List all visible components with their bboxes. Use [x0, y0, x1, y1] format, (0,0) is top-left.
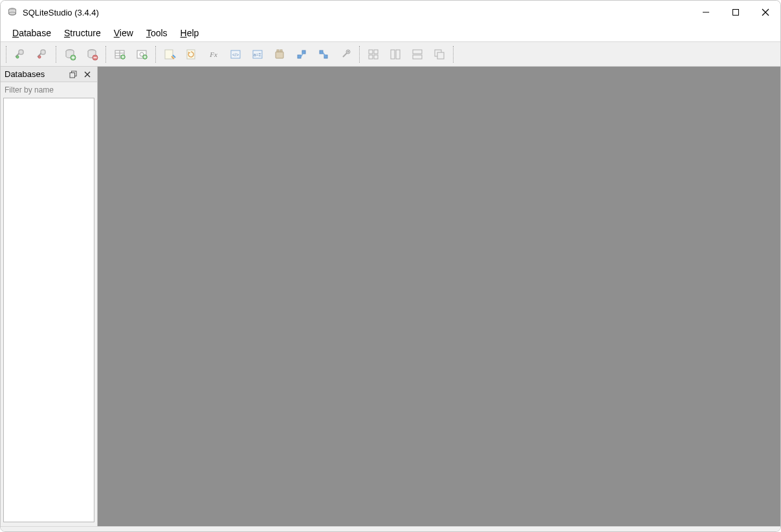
- cascade-windows-icon: [433, 48, 446, 61]
- tile-vertical-button[interactable]: [408, 45, 427, 64]
- new-view-button[interactable]: [132, 45, 151, 64]
- menu-database[interactable]: Database: [6, 25, 58, 41]
- add-database-button[interactable]: [60, 45, 80, 64]
- export-icon: [317, 48, 330, 61]
- add-database-icon: [63, 48, 76, 61]
- app-icon: [7, 7, 17, 17]
- disconnect-database-button[interactable]: [32, 45, 52, 64]
- svg-rect-37: [277, 50, 279, 52]
- extension-manager-icon: [273, 48, 286, 61]
- svg-rect-6: [19, 50, 23, 54]
- svg-rect-51: [413, 50, 422, 54]
- svg-rect-50: [396, 50, 400, 59]
- mdi-area: [98, 67, 780, 526]
- window-title: SQLiteStudio (3.4.4): [23, 8, 99, 17]
- svg-text:</>: </>: [232, 52, 239, 57]
- connect-database-button[interactable]: [10, 45, 30, 64]
- databases-panel: Databases: [1, 67, 98, 526]
- svg-rect-47: [369, 55, 373, 59]
- collations-editor-button[interactable]: a=Σ: [248, 45, 267, 64]
- window-controls: [691, 1, 780, 24]
- ddl-editor-icon: </>: [229, 48, 242, 61]
- new-table-icon: [113, 48, 126, 61]
- menu-tools[interactable]: Tools: [140, 25, 174, 41]
- functions-editor-icon: Fx: [207, 48, 220, 61]
- tile-windows-icon: [367, 48, 380, 61]
- open-sql-editor-icon: [163, 48, 176, 61]
- svg-rect-48: [374, 55, 378, 59]
- svg-rect-45: [369, 50, 373, 54]
- svg-rect-54: [437, 52, 444, 59]
- databases-panel-header: Databases: [1, 67, 97, 82]
- svg-rect-3: [733, 10, 739, 16]
- import-button[interactable]: [292, 45, 311, 64]
- tile-windows-button[interactable]: [364, 45, 383, 64]
- extension-manager-button[interactable]: [270, 45, 289, 64]
- export-button[interactable]: [314, 45, 333, 64]
- menu-bar: DatabaseStructureViewToolsHelp: [1, 24, 780, 42]
- configuration-icon: [339, 48, 352, 61]
- remove-database-icon: [85, 48, 98, 61]
- content-area: Databases: [1, 67, 780, 526]
- svg-rect-8: [41, 50, 45, 54]
- cascade-windows-button[interactable]: [430, 45, 449, 64]
- new-table-button[interactable]: [110, 45, 129, 64]
- menu-view[interactable]: View: [107, 25, 140, 41]
- svg-rect-36: [276, 52, 283, 58]
- filter-row: [1, 82, 97, 98]
- remove-database-button[interactable]: [82, 45, 102, 64]
- close-panel-icon[interactable]: [82, 69, 93, 80]
- svg-rect-49: [391, 50, 395, 59]
- new-view-icon: [135, 48, 148, 61]
- svg-text:Fx: Fx: [209, 50, 217, 58]
- configuration-button[interactable]: [336, 45, 355, 64]
- svg-point-44: [347, 50, 349, 52]
- sql-history-icon: [185, 48, 198, 61]
- status-bar: [1, 526, 780, 531]
- undock-icon[interactable]: [67, 69, 79, 80]
- svg-point-7: [16, 56, 19, 58]
- svg-text:a=Σ: a=Σ: [254, 52, 262, 57]
- tile-horizontal-icon: [389, 48, 402, 61]
- tile-vertical-icon: [411, 48, 424, 61]
- import-icon: [295, 48, 308, 61]
- menu-structure[interactable]: Structure: [58, 25, 107, 41]
- svg-rect-46: [374, 50, 378, 54]
- database-tree[interactable]: [3, 98, 94, 522]
- maximize-button[interactable]: [721, 1, 751, 24]
- connect-database-icon: [14, 48, 27, 61]
- title-bar: SQLiteStudio (3.4.4): [1, 1, 780, 24]
- tile-horizontal-button[interactable]: [386, 45, 405, 64]
- databases-panel-title: Databases: [5, 69, 45, 79]
- functions-editor-button[interactable]: Fx: [204, 45, 223, 64]
- svg-rect-41: [320, 50, 323, 54]
- svg-rect-52: [413, 55, 422, 59]
- minimize-button[interactable]: [691, 1, 721, 24]
- ddl-editor-button[interactable]: </>: [226, 45, 245, 64]
- open-sql-editor-button[interactable]: [160, 45, 179, 64]
- sql-history-button[interactable]: [182, 45, 201, 64]
- svg-point-9: [38, 56, 41, 58]
- svg-rect-56: [70, 72, 75, 78]
- toolbar: Fx</>a=Σ: [1, 42, 780, 67]
- close-button[interactable]: [751, 1, 780, 24]
- svg-rect-38: [280, 50, 282, 52]
- collations-editor-icon: a=Σ: [251, 48, 264, 61]
- svg-rect-29: [165, 50, 173, 59]
- disconnect-database-icon: [36, 48, 49, 61]
- filter-input[interactable]: [3, 84, 94, 96]
- menu-help[interactable]: Help: [174, 25, 206, 41]
